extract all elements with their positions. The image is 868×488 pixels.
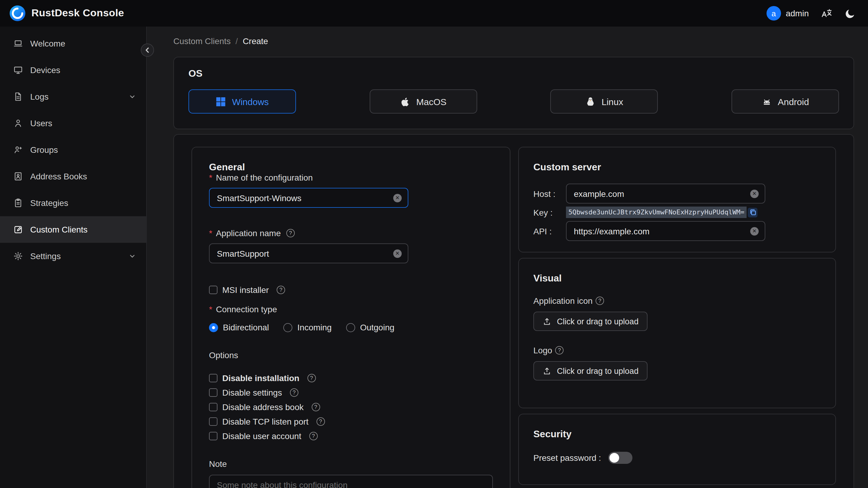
required-mark: *: [209, 228, 212, 238]
preset-password-toggle[interactable]: [608, 452, 632, 464]
connection-type-options: Bidirectional Incoming Outgoing: [209, 323, 493, 332]
config-name-input[interactable]: [216, 192, 393, 203]
logo-label: Logo ?: [533, 345, 821, 355]
os-card: OS Windows MacOS: [173, 57, 854, 129]
application-icon-label: Application icon ?: [533, 296, 821, 306]
help-icon[interactable]: ?: [555, 346, 564, 355]
os-button-macos[interactable]: MacOS: [369, 89, 477, 114]
disable-settings-checkbox[interactable]: [209, 388, 217, 397]
custom-server-card: Custom server Host : × Key : 5Qbwsde3unU…: [518, 147, 836, 252]
help-icon[interactable]: ?: [290, 388, 299, 397]
visual-card: Visual Application icon ? Click or drag …: [518, 258, 836, 408]
sidebar-item-devices[interactable]: Devices: [0, 57, 146, 83]
rustdesk-console-app: RustDesk Console a admin Welcome: [0, 0, 868, 488]
radio-icon: [284, 323, 293, 332]
os-button-android[interactable]: Android: [732, 89, 839, 114]
options-checkbox-list: Disable installation ? Disable settings …: [209, 371, 493, 443]
radio-outgoing[interactable]: Outgoing: [346, 323, 395, 332]
users-icon: [13, 118, 23, 128]
os-options-row: Windows MacOS Linux: [188, 89, 839, 114]
welcome-icon: [13, 39, 23, 48]
sidebar-collapse-button[interactable]: [141, 43, 154, 57]
help-icon[interactable]: ?: [307, 374, 316, 382]
host-input[interactable]: [572, 188, 750, 199]
api-field: ×: [566, 221, 765, 241]
sidebar-item-groups[interactable]: Groups: [0, 136, 146, 163]
strategies-icon: [13, 198, 23, 208]
host-field: ×: [566, 184, 765, 204]
os-button-windows[interactable]: Windows: [188, 89, 296, 114]
help-icon[interactable]: ?: [286, 229, 295, 237]
main-content: Custom Clients / Create OS Windows: [147, 27, 868, 488]
chevron-down-icon: [128, 252, 136, 260]
application-icon-upload-button[interactable]: Click or drag to upload: [533, 312, 648, 331]
note-input[interactable]: [216, 479, 486, 488]
clear-icon[interactable]: ×: [750, 227, 759, 235]
copy-icon[interactable]: [748, 208, 758, 217]
sidebar-item-logs[interactable]: Logs: [0, 83, 146, 110]
custom-server-title: Custom server: [533, 162, 821, 173]
username[interactable]: admin: [786, 8, 809, 18]
radio-icon: [209, 323, 218, 332]
option-disable-installation: Disable installation ?: [209, 371, 493, 385]
linux-penguin-icon: [585, 96, 596, 106]
translate-icon[interactable]: [821, 7, 832, 19]
help-icon[interactable]: ?: [309, 432, 318, 440]
os-button-label: MacOS: [416, 96, 446, 106]
msi-installer-checkbox[interactable]: [209, 286, 217, 294]
breadcrumb-parent[interactable]: Custom Clients: [173, 36, 231, 46]
user-avatar[interactable]: a: [767, 6, 781, 21]
application-name-field: ×: [209, 243, 408, 263]
sidebar-item-strategies[interactable]: Strategies: [0, 190, 146, 216]
note-label: Note: [209, 459, 493, 469]
security-title: Security: [533, 429, 821, 440]
os-button-linux[interactable]: Linux: [551, 89, 658, 114]
disable-tcp-listen-port-checkbox[interactable]: [209, 417, 217, 426]
radio-bidirectional[interactable]: Bidirectional: [209, 323, 269, 332]
os-card-title: OS: [188, 68, 839, 79]
sidebar-item-settings[interactable]: Settings: [0, 243, 146, 269]
help-icon[interactable]: ?: [311, 403, 320, 411]
sidebar: Welcome Devices Logs Users: [0, 27, 147, 488]
disable-installation-checkbox[interactable]: [209, 374, 217, 382]
sidebar-item-users[interactable]: Users: [0, 110, 146, 136]
help-icon[interactable]: ?: [596, 297, 604, 305]
sidebar-item-custom-clients[interactable]: Custom Clients: [0, 216, 146, 243]
api-row: API : ×: [533, 221, 821, 241]
help-icon[interactable]: ?: [277, 286, 285, 294]
connection-type-label: * Connection type: [209, 304, 493, 314]
clear-icon[interactable]: ×: [393, 193, 402, 202]
logs-icon: [13, 92, 23, 101]
radio-incoming[interactable]: Incoming: [284, 323, 332, 332]
rustdesk-logo-icon: [10, 5, 25, 21]
sidebar-item-label: Logs: [30, 92, 121, 101]
api-input[interactable]: [572, 225, 750, 237]
upload-button-label: Click or drag to upload: [557, 366, 639, 375]
configuration-panel: General * Name of the configuration × * …: [173, 134, 854, 488]
clear-icon[interactable]: ×: [750, 189, 759, 198]
application-name-label: * Application name ?: [209, 228, 493, 238]
config-name-field: ×: [209, 188, 408, 208]
sidebar-item-label: Custom Clients: [30, 225, 136, 234]
sidebar-item-welcome[interactable]: Welcome: [0, 30, 146, 57]
visual-title: Visual: [533, 273, 821, 284]
help-icon[interactable]: ?: [316, 417, 325, 426]
option-disable-tcp-listen-port: Disable TCP listen port ?: [209, 414, 493, 429]
devices-icon: [13, 65, 23, 75]
os-button-label: Linux: [601, 96, 623, 106]
clear-icon[interactable]: ×: [393, 249, 402, 257]
disable-user-account-checkbox[interactable]: [209, 432, 217, 440]
sidebar-item-address-books[interactable]: Address Books: [0, 163, 146, 190]
os-button-label: Android: [778, 96, 809, 106]
general-title: General: [209, 162, 493, 173]
application-name-input[interactable]: [216, 248, 393, 259]
preset-password-label: Preset password :: [533, 453, 601, 463]
app-title: RustDesk Console: [31, 7, 124, 19]
header-actions: a admin: [767, 6, 856, 21]
msi-installer-row: MSI installer ?: [209, 283, 493, 297]
general-card: General * Name of the configuration × * …: [191, 147, 510, 488]
dark-mode-moon-icon[interactable]: [844, 7, 856, 19]
option-disable-settings: Disable settings ?: [209, 385, 493, 400]
logo-upload-button[interactable]: Click or drag to upload: [533, 361, 648, 380]
disable-address-book-checkbox[interactable]: [209, 403, 217, 411]
